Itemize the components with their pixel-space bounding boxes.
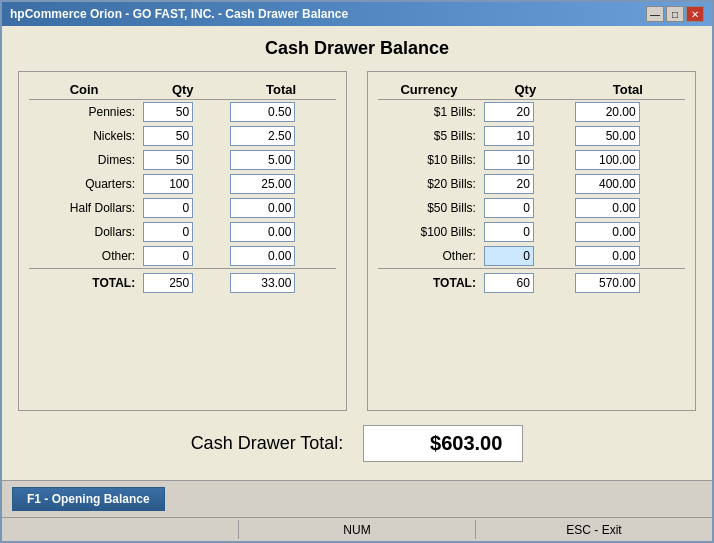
currency-row: $20 Bills:: [378, 172, 685, 196]
coins-total-label: TOTAL:: [29, 269, 139, 296]
currency-qty-input[interactable]: [484, 198, 534, 218]
currency-total-input[interactable]: [575, 174, 640, 194]
currency-row: Other:: [378, 244, 685, 269]
window-title: hpCommerce Orion - GO FAST, INC. - Cash …: [10, 7, 348, 21]
coin-qty-input[interactable]: [143, 174, 193, 194]
coins-total-value[interactable]: [230, 273, 295, 293]
coin-qty-input[interactable]: [143, 222, 193, 242]
status-bar: NUM ESC - Exit: [2, 517, 712, 541]
coin-label: Pennies:: [29, 100, 139, 125]
coin-total-input[interactable]: [230, 246, 295, 266]
drawer-total-row: Cash Drawer Total: $603.00: [18, 425, 696, 462]
currency-qty-input[interactable]: [484, 102, 534, 122]
coin-total-input[interactable]: [230, 126, 295, 146]
currency-total-input[interactable]: [575, 150, 640, 170]
currency-row: $50 Bills:: [378, 196, 685, 220]
coin-header-qty: Qty: [139, 80, 226, 100]
coin-qty-input[interactable]: [143, 126, 193, 146]
coins-section: Coin Qty Total Pennies: Nickels: Dimes: …: [18, 71, 347, 411]
currency-header-qty: Qty: [480, 80, 571, 100]
currency-label: Other:: [378, 244, 480, 269]
close-button[interactable]: ✕: [686, 6, 704, 22]
currency-label: $100 Bills:: [378, 220, 480, 244]
coins-total-qty[interactable]: [143, 273, 193, 293]
coin-total-input[interactable]: [230, 198, 295, 218]
coin-label: Nickels:: [29, 124, 139, 148]
currency-header-total: Total: [571, 80, 685, 100]
currency-qty-input[interactable]: [484, 126, 534, 146]
currency-row: $1 Bills:: [378, 100, 685, 125]
coin-total-input[interactable]: [230, 150, 295, 170]
minimize-button[interactable]: —: [646, 6, 664, 22]
currency-total-input[interactable]: [575, 246, 640, 266]
bottom-bar: F1 - Opening Balance: [2, 480, 712, 517]
currency-label: $50 Bills:: [378, 196, 480, 220]
coin-qty-input[interactable]: [143, 198, 193, 218]
coin-label: Quarters:: [29, 172, 139, 196]
currency-total-label: TOTAL:: [378, 269, 480, 296]
currency-qty-input[interactable]: [484, 150, 534, 170]
coin-row: Pennies:: [29, 100, 336, 125]
coin-label: Other:: [29, 244, 139, 269]
coin-row: Other:: [29, 244, 336, 269]
currency-total-qty[interactable]: [484, 273, 534, 293]
currency-total-value[interactable]: [575, 273, 640, 293]
currency-total-input[interactable]: [575, 126, 640, 146]
status-left: [2, 520, 239, 539]
currency-label: $5 Bills:: [378, 124, 480, 148]
currency-total-input[interactable]: [575, 198, 640, 218]
currency-row: $5 Bills:: [378, 124, 685, 148]
coin-row: Dimes:: [29, 148, 336, 172]
window-controls: — □ ✕: [646, 6, 704, 22]
coin-qty-input[interactable]: [143, 246, 193, 266]
currency-row: $10 Bills:: [378, 148, 685, 172]
content-area: Cash Drawer Balance Coin Qty Total Penni…: [2, 26, 712, 480]
currency-row: $100 Bills:: [378, 220, 685, 244]
drawer-total-label: Cash Drawer Total:: [191, 433, 344, 454]
currency-qty-input[interactable]: [484, 222, 534, 242]
coins-table: Coin Qty Total Pennies: Nickels: Dimes: …: [29, 80, 336, 295]
currency-header-label: Currency: [378, 80, 480, 100]
coin-total-input[interactable]: [230, 174, 295, 194]
currency-total-row: TOTAL:: [378, 269, 685, 296]
currency-total-input[interactable]: [575, 102, 640, 122]
coin-label: Half Dollars:: [29, 196, 139, 220]
coin-row: Dollars:: [29, 220, 336, 244]
status-middle: NUM: [239, 520, 476, 539]
coin-header-total: Total: [226, 80, 336, 100]
coin-row: Nickels:: [29, 124, 336, 148]
currency-total-input[interactable]: [575, 222, 640, 242]
coin-row: Quarters:: [29, 172, 336, 196]
main-window: hpCommerce Orion - GO FAST, INC. - Cash …: [0, 0, 714, 543]
currency-section: Currency Qty Total $1 Bills: $5 Bills: $…: [367, 71, 696, 411]
currency-label: $1 Bills:: [378, 100, 480, 125]
currency-label: $20 Bills:: [378, 172, 480, 196]
maximize-button[interactable]: □: [666, 6, 684, 22]
coin-label: Dimes:: [29, 148, 139, 172]
drawer-total-value: $603.00: [363, 425, 523, 462]
page-title: Cash Drawer Balance: [18, 38, 696, 59]
f1-opening-balance-button[interactable]: F1 - Opening Balance: [12, 487, 165, 511]
coin-qty-input[interactable]: [143, 150, 193, 170]
currency-qty-input[interactable]: [484, 174, 534, 194]
title-bar: hpCommerce Orion - GO FAST, INC. - Cash …: [2, 2, 712, 26]
currency-qty-input[interactable]: [484, 246, 534, 266]
status-right: ESC - Exit: [476, 520, 712, 539]
coin-qty-input[interactable]: [143, 102, 193, 122]
coins-total-row: TOTAL:: [29, 269, 336, 296]
coin-row: Half Dollars:: [29, 196, 336, 220]
currency-label: $10 Bills:: [378, 148, 480, 172]
coin-header-label: Coin: [29, 80, 139, 100]
currency-table: Currency Qty Total $1 Bills: $5 Bills: $…: [378, 80, 685, 295]
tables-row: Coin Qty Total Pennies: Nickels: Dimes: …: [18, 71, 696, 411]
coin-total-input[interactable]: [230, 222, 295, 242]
coin-label: Dollars:: [29, 220, 139, 244]
coin-total-input[interactable]: [230, 102, 295, 122]
